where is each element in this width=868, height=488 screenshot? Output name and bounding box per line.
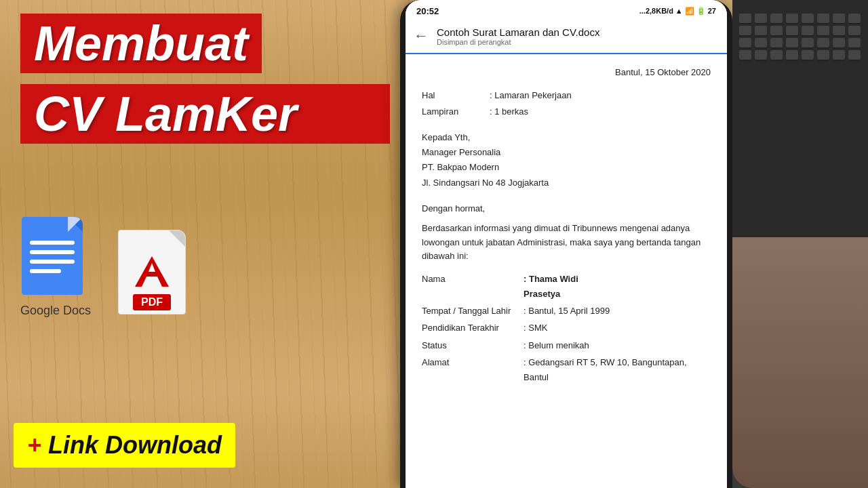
doc-body [22,217,83,295]
key [786,26,798,35]
pendidikan-row: Pendidikan Terakhir : SMK [422,321,711,336]
key [770,26,783,35]
key [817,50,829,60]
key [739,38,751,47]
status-val: : Belum menikah [524,338,589,353]
status-bar: 20:52 ...2,8KB/d ▲ 📶 🔋 27 [406,0,727,19]
recipient-line4: Jl. Sindangsari No 48 Jogjakarta [422,176,711,190]
ttl-val: : Bantul, 15 April 1999 [524,304,610,319]
pdf-fold [169,230,185,247]
lampiran-value: : 1 berkas [490,104,528,119]
doc-line [30,241,75,245]
key [786,38,798,47]
title-cv: CV LamKer [20,84,390,144]
app-bar: ← Contoh Surat Lamaran dan CV.docx Disim… [406,19,727,54]
phone-screen: 20:52 ...2,8KB/d ▲ 📶 🔋 27 ← Contoh Surat… [406,0,727,488]
doc-lines [30,241,75,279]
key [755,38,767,47]
key [833,50,845,60]
nama-val: : Thama WidiPrasetya [524,272,578,302]
battery-level: 27 [708,7,716,15]
recipient-block: Kepada Yth, Manager Personalia PT. Bakpa… [422,130,711,190]
pdf-icon: PDF [118,230,193,318]
key [739,14,751,23]
pendidikan-val: : SMK [524,321,547,336]
doc-line [30,250,75,254]
nama-key: Nama [422,272,524,302]
pendidikan-key: Pendidikan Terakhir [422,321,524,336]
signal-icon: ▲ [675,7,683,15]
doc-date: Bantul, 15 Oktober 2020 [422,65,711,80]
doc-line [30,260,75,264]
key [755,50,767,60]
document-title: Contoh Surat Lamaran dan CV.docx [437,26,719,38]
hand-area [732,237,868,488]
key [802,14,814,23]
key [848,38,861,47]
hal-label: Hal [422,88,490,103]
ttl-row: Tempat / Tanggal Lahir : Bantul, 15 Apri… [422,304,711,319]
alamat-val: : Gedangsari RT 5, RW 10, Banguntapan, B… [524,355,711,385]
icons-row: Google Docs PDF [20,217,193,318]
key [802,50,814,60]
key [770,50,783,60]
hal-row: Hal : Lamaran Pekerjaan [422,88,711,103]
ttl-key: Tempat / Tanggal Lahir [422,304,524,319]
lampiran-label: Lampiran [422,104,490,119]
pdf-badge: PDF [133,294,171,310]
lampiran-row: Lampiran : 1 berkas [422,104,711,119]
battery-icon: 🔋 [696,7,706,16]
key [755,26,767,35]
key [817,26,829,35]
recipient-line1: Kepada Yth, [422,130,711,145]
nama-row: Nama : Thama WidiPrasetya [422,272,711,302]
pdf-container: PDF [118,230,193,318]
recipient-line2: Manager Personalia [422,145,711,160]
hal-value: : Lamaran Pekerjaan [490,88,572,103]
pdf-body: PDF [118,230,186,314]
key [786,50,798,60]
doc-greeting: Dengan hormat, [422,201,711,216]
keyboard-area [732,0,868,237]
keyboard-keys [732,0,868,73]
doc-content[interactable]: Bantul, 15 Oktober 2020 Hal : Lamaran Pe… [406,54,727,488]
gdocs-container: Google Docs [20,217,91,318]
acrobat-svg [132,253,172,290]
wifi-icon: 📶 [685,7,694,16]
right-panel: Property of Ru [732,0,868,488]
signal-text: ...2,8KB/d [639,7,673,15]
app-bar-title: Contoh Surat Lamaran dan CV.docx Disimpa… [437,26,719,46]
key [817,14,829,23]
key [770,38,783,47]
download-text: + Link Download [27,431,222,459]
key [833,38,845,47]
document-subtitle: Disimpan di perangkat [437,38,719,46]
google-docs-icon [22,217,90,298]
title-section: Membuat CV LamKer [20,14,390,149]
key [848,14,861,23]
key [739,50,751,60]
key [833,26,845,35]
status-row: Status : Belum menikah [422,338,711,353]
key [739,26,751,35]
back-button[interactable]: ← [414,27,429,45]
alamat-key: Alamat [422,355,524,385]
alamat-row: Alamat : Gedangsari RT 5, RW 10, Bangunt… [422,355,711,385]
key [817,38,829,47]
key [848,26,861,35]
recipient-line3: PT. Bakpao Modern [422,160,711,175]
key [848,50,861,60]
download-plus: + [27,431,41,459]
phone-mockup: 20:52 ...2,8KB/d ▲ 📶 🔋 27 ← Contoh Surat… [400,0,732,488]
download-banner: + Link Download [14,423,235,468]
key [833,14,845,23]
key [770,14,783,23]
key [802,26,814,35]
doc-paragraph1: Berdasarkan informasi yang dimuat di Tri… [422,222,711,264]
doc-line [30,269,61,273]
status-key: Status [422,338,524,353]
status-icons: ...2,8KB/d ▲ 📶 🔋 27 [639,7,716,16]
key [786,14,798,23]
personal-info-table: Nama : Thama WidiPrasetya Tempat / Tangg… [422,272,711,385]
key [755,14,767,23]
